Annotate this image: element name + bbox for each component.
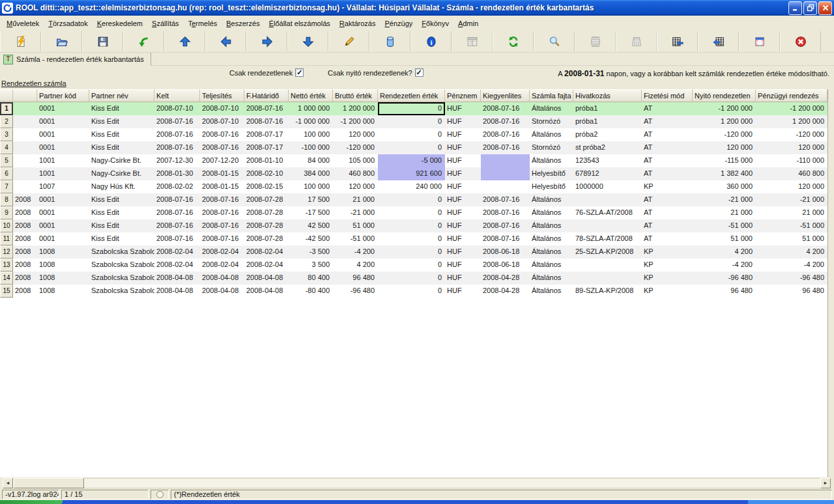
table-cell[interactable]: Általános [530, 285, 573, 298]
table-row[interactable]: 1020080001Kiss Edit2008-07-162008-07-162… [0, 219, 834, 232]
table-cell[interactable]: 2008-07-16 [481, 141, 530, 154]
table-cell[interactable]: 105 000 [333, 154, 378, 167]
close-button[interactable] [818, 1, 832, 15]
table-cell[interactable]: 1 200 000 [756, 115, 827, 128]
search-button[interactable] [534, 31, 575, 51]
scroll-left-button[interactable]: ◄ [3, 478, 13, 488]
table-cell[interactable]: 120 000 [756, 141, 827, 154]
export-table-button[interactable] [657, 31, 698, 51]
table-cell[interactable]: 2008-07-16 [481, 102, 530, 115]
table-row[interactable]: 30001Kiss Edit2008-07-162008-07-162008-0… [0, 128, 834, 141]
table-cell[interactable]: 2008 [13, 219, 37, 232]
table-cell[interactable]: 2008-04-28 [481, 272, 530, 285]
table-cell[interactable]: 4 200 [693, 245, 756, 259]
column-header[interactable]: Nyitó rendezetlen [693, 89, 756, 102]
column-header[interactable]: Bruttó érték [333, 89, 378, 102]
table-cell[interactable]: Általános [530, 193, 573, 206]
table-row[interactable]: 61001Nagy-Csirke Bt.2008-01-302008-01-15… [0, 167, 834, 180]
table-cell[interactable]: 0 [378, 115, 445, 128]
table-cell[interactable]: 0 [378, 245, 445, 259]
row-header[interactable]: 10 [0, 219, 13, 232]
table-cell[interactable]: Általános [530, 154, 573, 167]
table-cell[interactable]: HUF [445, 141, 481, 154]
table-cell[interactable] [573, 193, 642, 206]
table-cell[interactable]: 2008-07-16 [244, 102, 289, 115]
refresh-button[interactable] [493, 31, 534, 51]
table-cell[interactable]: AT [642, 232, 693, 245]
table-cell[interactable]: 2008-02-10 [244, 167, 289, 180]
row-header[interactable]: 7 [0, 180, 13, 193]
table-cell[interactable]: 0 [378, 128, 445, 141]
table-cell[interactable]: 17 500 [289, 193, 333, 206]
column-header[interactable]: Pénznem [445, 89, 481, 102]
table-cell[interactable]: 2008-07-16 [481, 193, 530, 206]
table-cell[interactable]: 0 [378, 232, 445, 245]
table-cell[interactable]: 2008-07-16 [154, 128, 200, 141]
table-cell[interactable]: Kiss Edit [89, 193, 154, 206]
table-cell[interactable]: 2008-07-16 [200, 219, 244, 232]
table-cell[interactable]: -21 000 [756, 193, 827, 206]
column-header[interactable]: F.Határidő [244, 89, 289, 102]
table-cell[interactable]: 2008-07-16 [481, 206, 530, 219]
table-cell[interactable]: 25-SZLA-KP/2008 [573, 245, 642, 259]
table-cell[interactable]: Kiss Edit [89, 219, 154, 232]
row-header[interactable]: 6 [0, 167, 13, 180]
row-header[interactable]: 12 [0, 245, 13, 259]
table-cell[interactable]: 4 200 [756, 245, 827, 259]
table-cell[interactable]: 460 800 [333, 167, 378, 180]
column-header[interactable]: Partner kód [37, 89, 89, 102]
table-cell[interactable]: 100 000 [289, 180, 333, 193]
table-cell[interactable]: 0 [378, 206, 445, 219]
table-cell[interactable] [13, 141, 37, 154]
table-cell[interactable]: -21 000 [333, 206, 378, 219]
table-cell[interactable]: AT [642, 219, 693, 232]
table-cell[interactable]: Helyesbítő [530, 167, 573, 180]
table-cell[interactable]: AT [642, 206, 693, 219]
table-cell[interactable]: -51 000 [333, 232, 378, 245]
column-header[interactable]: Hivatkozás [573, 89, 642, 102]
previous-record-button[interactable] [205, 31, 246, 51]
table-cell[interactable]: 0001 [37, 115, 89, 128]
table-cell[interactable]: 0001 [37, 206, 89, 219]
table-cell[interactable]: 1008 [37, 245, 89, 259]
table-cell[interactable]: Szabolcska Szabolcs [89, 272, 154, 285]
table-cell[interactable]: 0 [378, 219, 445, 232]
row-header[interactable]: 9 [0, 206, 13, 219]
first-record-button[interactable] [164, 31, 205, 51]
table-cell[interactable]: 51 000 [333, 219, 378, 232]
horizontal-scrollbar[interactable]: ◄ ► [0, 477, 834, 489]
table-cell[interactable]: -96 480 [693, 272, 756, 285]
table-cell[interactable]: 78-SZLA-AT/2008 [573, 232, 642, 245]
table-row[interactable]: 1520081008Szabolcska Szabolcs2008-04-082… [0, 285, 834, 298]
table-row[interactable]: 10001Kiss Edit2008-07-102008-07-102008-0… [0, 102, 834, 115]
table-cell[interactable]: Kiss Edit [89, 102, 154, 115]
table-row[interactable]: 920080001Kiss Edit2008-07-162008-07-1620… [0, 206, 834, 219]
table-cell[interactable]: AT [642, 193, 693, 206]
table-cell[interactable]: AT [642, 102, 693, 115]
table-cell[interactable]: KP [642, 272, 693, 285]
table-cell[interactable]: -96 480 [333, 285, 378, 298]
table-cell[interactable]: 120 000 [756, 180, 827, 193]
table-cell[interactable]: 1 200 000 [693, 115, 756, 128]
table-cell[interactable]: Szabolcska Szabolcs [89, 245, 154, 259]
table-cell[interactable]: Stornózó [530, 115, 573, 128]
table-cell[interactable]: -96 480 [756, 272, 827, 285]
table-cell[interactable]: 2008-07-16 [481, 232, 530, 245]
menu-item[interactable]: Műveletek [2, 18, 44, 29]
table-cell[interactable]: -21 000 [693, 193, 756, 206]
table-cell[interactable]: -120 000 [333, 141, 378, 154]
row-header[interactable]: 1 [0, 102, 13, 115]
table-cell[interactable]: 2008-07-17 [244, 128, 289, 141]
table-cell[interactable]: Stornózó [530, 141, 573, 154]
table-cell[interactable]: 2008-01-15 [200, 180, 244, 193]
table-cell[interactable]: Nagy-Csirke Bt. [89, 154, 154, 167]
table-cell[interactable]: 21 000 [333, 193, 378, 206]
table-cell[interactable]: 84 000 [289, 154, 333, 167]
table-cell[interactable]: 1001 [37, 154, 89, 167]
table-cell[interactable]: 2008-01-10 [244, 154, 289, 167]
table-cell[interactable]: -5 000 [378, 154, 445, 167]
row-header[interactable]: 2 [0, 115, 13, 128]
exit-button[interactable] [780, 31, 821, 51]
table-cell[interactable]: Kiss Edit [89, 141, 154, 154]
table-row[interactable]: 20001Kiss Edit2008-07-162008-07-102008-0… [0, 115, 834, 128]
